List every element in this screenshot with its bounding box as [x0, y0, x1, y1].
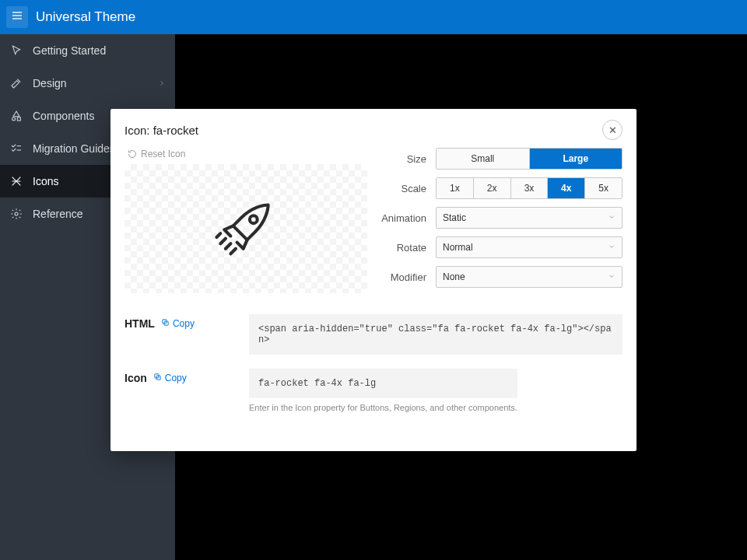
modal-title: Icon: fa-rocket [124, 124, 198, 137]
topbar: Universal Theme [0, 0, 747, 34]
icon-code-box: fa-rocket fa-4x fa-lg [249, 369, 517, 398]
close-button[interactable]: ✕ [602, 120, 622, 140]
app-title: Universal Theme [36, 9, 135, 25]
hamburger-icon [11, 9, 23, 25]
html-section-label: HTML [124, 317, 155, 330]
scale-segmented: 1x 2x 3x 4x 5x [436, 177, 622, 199]
sidebar-item-design[interactable]: Design [0, 67, 175, 100]
rotate-label: Rotate [380, 242, 436, 254]
reset-icon-link[interactable]: Reset Icon [128, 149, 185, 159]
svg-line-16 [216, 233, 220, 237]
sidebar-item-label: Icons [33, 175, 58, 187]
gear-icon [9, 207, 23, 221]
chevron-right-icon [158, 77, 166, 89]
modifier-label: Modifier [380, 271, 436, 283]
rotate-value: Normal [443, 242, 473, 253]
animation-select[interactable]: Static [436, 207, 622, 229]
icon-helper-text: Enter in the Icon property for Buttons, … [249, 403, 517, 412]
scale-option-1x[interactable]: 1x [437, 178, 474, 198]
pencil-ruler-icon [9, 76, 23, 90]
svg-line-15 [230, 249, 236, 254]
close-icon: ✕ [608, 124, 617, 136]
modifier-value: None [443, 271, 465, 282]
scale-option-4x[interactable]: 4x [548, 178, 585, 198]
sidebar-item-label: Getting Started [33, 44, 106, 57]
scale-option-2x[interactable]: 2x [474, 178, 511, 198]
scale-label: Scale [380, 183, 436, 194]
icons-icon [9, 174, 23, 188]
icon-section-label: Icon [124, 372, 147, 384]
cursor-icon [9, 44, 23, 58]
icon-detail-modal: Icon: fa-rocket ✕ Reset Icon [110, 109, 637, 451]
svg-rect-5 [17, 117, 20, 121]
svg-marker-3 [13, 111, 19, 117]
size-segmented: Small Large [436, 148, 622, 170]
animation-value: Static [443, 212, 466, 223]
svg-line-14 [226, 243, 231, 249]
modifier-select[interactable]: None [436, 266, 622, 288]
svg-point-12 [250, 215, 258, 223]
size-option-large[interactable]: Large [530, 149, 622, 169]
copy-icon [153, 373, 162, 383]
svg-point-4 [12, 117, 16, 121]
size-label: Size [380, 153, 436, 165]
copy-icon-label: Copy [165, 373, 187, 383]
scale-option-5x[interactable]: 5x [585, 178, 622, 198]
modal-header: Icon: fa-rocket ✕ [110, 109, 637, 148]
sidebar-item-label: Components [33, 110, 94, 122]
chevron-down-icon [608, 271, 615, 282]
scale-option-3x[interactable]: 3x [511, 178, 549, 198]
copy-html-label: Copy [173, 318, 195, 329]
refresh-icon [128, 149, 137, 159]
checklist-icon [9, 142, 23, 156]
shapes-icon [9, 109, 23, 123]
rocket-icon [208, 189, 284, 268]
rotate-select[interactable]: Normal [436, 236, 622, 258]
sidebar-item-label: Design [33, 77, 67, 89]
size-option-small[interactable]: Small [437, 149, 530, 169]
modal-body: Reset Icon [110, 148, 637, 451]
sidebar-item-getting-started[interactable]: Getting Started [0, 34, 175, 67]
icon-preview [124, 164, 367, 293]
html-code-box: <span aria-hidden="true" class="fa fa-ro… [249, 314, 622, 355]
sidebar-item-label: Migration Guides [33, 142, 115, 155]
copy-icon [161, 318, 170, 329]
copy-icon-button[interactable]: Copy [153, 373, 187, 383]
menu-toggle-button[interactable] [6, 6, 28, 28]
chevron-down-icon [608, 242, 615, 253]
chevron-down-icon [608, 212, 615, 223]
svg-point-11 [15, 212, 18, 215]
svg-line-13 [220, 239, 226, 244]
animation-label: Animation [380, 212, 436, 224]
copy-html-button[interactable]: Copy [161, 318, 195, 329]
reset-icon-label: Reset Icon [141, 149, 185, 159]
sidebar-item-label: Reference [33, 208, 83, 220]
